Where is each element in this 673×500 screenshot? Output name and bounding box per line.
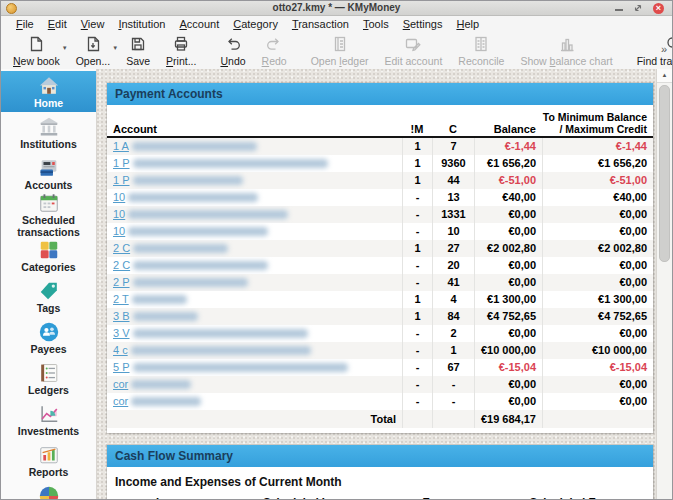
toolbar-reconcile-button: Reconcile <box>450 32 512 69</box>
account-link[interactable]: 2 C <box>113 259 130 271</box>
account-link[interactable]: 10 <box>113 225 125 237</box>
menu-account[interactable]: Account <box>172 16 226 32</box>
menu-settings[interactable]: Settings <box>396 16 450 32</box>
account-link[interactable]: 4 c <box>113 344 128 356</box>
undo-icon <box>224 35 242 55</box>
balance-chart-icon <box>558 35 576 55</box>
menu-tools[interactable]: Tools <box>356 16 396 32</box>
account-link[interactable]: 3 V <box>113 327 130 339</box>
cleared-cell: 20 <box>432 257 474 274</box>
menu-file[interactable]: File <box>9 16 41 32</box>
accounts-table-header: Account !M C Balance To Minimum Balance … <box>107 105 653 138</box>
menu-view[interactable]: View <box>74 16 112 32</box>
sidebar-item-scheduled-transactions[interactable]: Scheduled transactions <box>1 194 96 235</box>
not-marked-cell: - <box>402 376 432 393</box>
account-row: 5 P-67€-15,04€-15,04 <box>107 359 653 376</box>
toolbar-open-button[interactable]: Open...▼ <box>68 32 118 69</box>
menu-institution[interactable]: Institution <box>111 16 172 32</box>
not-marked-cell: - <box>402 274 432 291</box>
content-area: HomeInstitutionsAccountsScheduled transa… <box>1 69 672 499</box>
toolbar-save-button[interactable]: Save <box>118 32 158 69</box>
account-link[interactable]: 10 <box>113 208 125 220</box>
balance-cell: €1 300,00 <box>474 291 542 308</box>
menu-edit[interactable]: Edit <box>41 16 74 32</box>
toolbar-undo-button[interactable]: Undo <box>212 32 253 69</box>
balance-cell: €40,00 <box>474 189 542 206</box>
to-minimum-cell: €40,00 <box>542 189 653 206</box>
balance-cell: €0,00 <box>474 376 542 393</box>
payees-icon <box>38 321 60 343</box>
sidebar-item-institutions[interactable]: Institutions <box>1 112 96 153</box>
minimize-button[interactable] <box>615 9 623 11</box>
balance-cell: €0,00 <box>474 325 542 342</box>
sidebar-item-payees[interactable]: Payees <box>1 317 96 358</box>
account-link[interactable]: 2 C <box>113 242 130 254</box>
column-account: Account <box>107 123 402 135</box>
sidebar-item-investments[interactable]: Investments <box>1 399 96 440</box>
to-minimum-cell: €0,00 <box>542 206 653 223</box>
account-link[interactable]: 2 T <box>113 293 129 305</box>
titlebar: otto27.kmy * — KMyMoney × <box>1 1 672 16</box>
cleared-cell: 9360 <box>432 155 474 172</box>
account-link[interactable]: 1 A <box>113 140 129 152</box>
not-marked-cell: - <box>402 206 432 223</box>
to-minimum-cell: €0,00 <box>542 223 653 240</box>
cash-flow-subtitle: Income and Expenses of Current Month <box>107 467 653 496</box>
maximize-button[interactable] <box>633 3 643 13</box>
toolbar-print-button[interactable]: Print... <box>158 32 204 69</box>
account-link[interactable]: 1 P <box>113 157 130 169</box>
toolbar-redo-button: Redo <box>254 32 295 69</box>
column-balance: Balance <box>474 123 542 135</box>
account-link[interactable]: cor <box>113 378 128 390</box>
cleared-cell: 1 <box>432 342 474 359</box>
open-icon <box>84 35 102 55</box>
sidebar-item-reports[interactable]: Reports <box>1 440 96 481</box>
cleared-cell: 10 <box>432 223 474 240</box>
account-link[interactable]: 5 P <box>113 361 130 373</box>
menu-category[interactable]: Category <box>226 16 285 32</box>
account-row: 1 P19360€1 656,20€1 656,20 <box>107 155 653 172</box>
toolbar-button-label: Save <box>126 55 150 67</box>
sidebar-item-label: Home <box>34 98 63 109</box>
account-link[interactable]: 2 P <box>113 276 130 288</box>
account-link[interactable]: cor <box>113 395 128 407</box>
vertical-scrollbar[interactable]: ▲ <box>656 69 672 499</box>
menu-transaction[interactable]: Transaction <box>285 16 356 32</box>
toolbar-button-label: New book <box>13 55 60 67</box>
kmymoney-window: otto27.kmy * — KMyMoney × FileEditViewIn… <box>0 0 673 500</box>
find-icon <box>665 35 673 55</box>
close-button[interactable]: × <box>653 3 664 14</box>
account-row: 10-1331€0,00€0,00 <box>107 206 653 223</box>
account-row: 3 V-2€0,00€0,00 <box>107 325 653 342</box>
sidebar-item-budgets[interactable]: Budgets <box>1 481 96 500</box>
to-minimum-cell: €0,00 <box>542 257 653 274</box>
scrollbar-up-arrow-icon[interactable]: ▲ <box>657 69 672 83</box>
redacted-account-name <box>133 176 243 185</box>
redacted-account-name <box>131 380 191 389</box>
toolbar-find-transaction-button[interactable]: Find transaction <box>629 32 673 69</box>
total-row: Total €19 684,17 <box>107 410 653 428</box>
sidebar-item-home[interactable]: Home <box>1 71 96 112</box>
total-balance: €19 684,17 <box>474 410 542 428</box>
menu-help[interactable]: Help <box>449 16 486 32</box>
toolbar-new-book-button[interactable]: New book▼ <box>5 32 68 69</box>
account-link[interactable]: 1 P <box>113 174 130 186</box>
balance-cell: €2 002,80 <box>474 240 542 257</box>
toolbar-overflow-chevron[interactable]: » <box>661 43 666 55</box>
sidebar-item-categories[interactable]: Categories <box>1 235 96 276</box>
account-row: 4 c-1€10 000,00€10 000,00 <box>107 342 653 359</box>
account-row: cor--€0,00€0,00 <box>107 376 653 393</box>
sidebar-item-label: Categories <box>21 262 75 273</box>
cash-flow-panel: Cash Flow Summary Income and Expenses of… <box>107 445 653 499</box>
scrollbar-thumb[interactable] <box>659 85 670 262</box>
redacted-account-name <box>133 329 308 338</box>
sidebar-item-ledgers[interactable]: Ledgers <box>1 358 96 399</box>
sidebar-item-accounts[interactable]: Accounts <box>1 153 96 194</box>
toolbar-button-label: Print... <box>166 55 196 67</box>
account-link[interactable]: 3 B <box>113 310 130 322</box>
toolbar-edit-account-button: Edit account <box>377 32 451 69</box>
account-name-cell: 10 <box>107 189 402 206</box>
sidebar-item-tags[interactable]: Tags <box>1 276 96 317</box>
to-minimum-cell: €1 300,00 <box>542 291 653 308</box>
account-link[interactable]: 10 <box>113 191 125 203</box>
